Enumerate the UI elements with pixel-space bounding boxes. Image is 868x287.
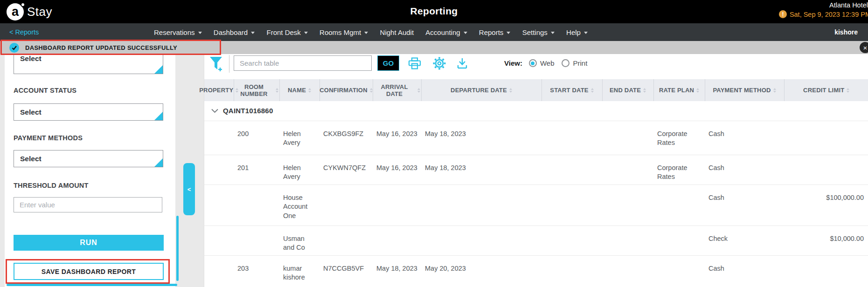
table-row[interactable]: Usman and CoCheck$10,000.00 bbox=[204, 226, 868, 255]
property-info: Atlanta Hotel ! Sat, Sep 9, 2023 12:39 P… bbox=[779, 1, 868, 18]
column-header-departure-date[interactable]: DEPARTURE DATE bbox=[421, 79, 542, 101]
cell-arrival-date bbox=[373, 184, 421, 226]
nav-item-dashboard[interactable]: Dashboard bbox=[214, 28, 255, 36]
nav-item-settings[interactable]: Settings bbox=[522, 28, 555, 36]
breadcrumb-back-reports[interactable]: < Reports bbox=[9, 23, 39, 41]
sidebar-horizontal-scrollbar[interactable] bbox=[7, 284, 177, 286]
cell-property bbox=[204, 184, 234, 226]
sidebar-collapse-tab[interactable]: < bbox=[183, 163, 195, 215]
view-label: View: bbox=[504, 59, 522, 67]
sort-arrows-icon bbox=[308, 88, 311, 93]
column-header-name[interactable]: NAME bbox=[279, 79, 319, 101]
cell-room-number bbox=[234, 184, 279, 226]
cell-end-date bbox=[602, 155, 653, 184]
sidebar-vertical-scrollbar[interactable] bbox=[176, 216, 179, 281]
column-header-label: RATE PLAN bbox=[659, 87, 694, 94]
cell-room-number: 201 bbox=[234, 155, 279, 184]
gear-icon[interactable] bbox=[433, 57, 446, 71]
select-corner-icon bbox=[154, 65, 163, 74]
threshold-amount-input[interactable] bbox=[14, 197, 162, 212]
sort-arrows-icon bbox=[417, 88, 420, 93]
cell-confirmation: CKXBGS9FZ bbox=[319, 121, 373, 155]
page-title: Reporting bbox=[0, 6, 868, 17]
report-content: GO bbox=[204, 54, 868, 287]
nav-item-label: Help bbox=[566, 28, 581, 36]
save-dashboard-report-button[interactable]: SAVE DASHBOARD REPORT bbox=[14, 263, 164, 280]
cell-credit-limit bbox=[784, 155, 868, 184]
column-header-room-number[interactable]: ROOM NUMBER bbox=[234, 79, 279, 101]
sort-arrows-icon bbox=[276, 88, 278, 93]
cell-property bbox=[204, 226, 234, 255]
column-header-label: NAME bbox=[288, 87, 306, 94]
table-row[interactable]: House Account OneCash$100,000.00 bbox=[204, 184, 868, 226]
close-icon[interactable]: × bbox=[860, 42, 868, 53]
column-header-rate-plan[interactable]: RATE PLAN bbox=[653, 79, 705, 101]
nav-item-reports[interactable]: Reports bbox=[479, 28, 511, 36]
cell-end-date bbox=[602, 184, 653, 226]
nav-item-rooms-mgmt[interactable]: Rooms Mgmt bbox=[319, 28, 368, 36]
account-status-label: ACCOUNT STATUS bbox=[14, 87, 76, 94]
cell-rate-plan bbox=[653, 226, 705, 255]
cell-departure-date bbox=[421, 226, 542, 255]
nav-item-label: Rooms Mgmt bbox=[319, 28, 361, 36]
table-row[interactable]: 201Helen AveryCYKWN7QFZMay 16, 2023May 1… bbox=[204, 155, 868, 184]
cell-payment-method: Cash bbox=[705, 121, 784, 155]
chevron-down-icon bbox=[551, 32, 555, 34]
cell-end-date bbox=[602, 121, 653, 155]
search-input[interactable] bbox=[234, 55, 372, 71]
banner-message: DASHBOARD REPORT UPDATED SUCCESSFULLY bbox=[25, 44, 177, 51]
view-options: WebPrint bbox=[529, 59, 587, 67]
cell-departure-date bbox=[421, 184, 542, 226]
clipped-select[interactable]: Select bbox=[14, 54, 163, 74]
column-header-end-date[interactable]: END DATE bbox=[602, 79, 653, 101]
nav-item-reservations[interactable]: Reservations bbox=[154, 28, 202, 36]
cell-departure-date: May 18, 2023 bbox=[421, 121, 542, 155]
radio-icon bbox=[562, 59, 569, 67]
column-header-property[interactable]: PROPERTY bbox=[204, 79, 234, 101]
view-switcher: View: WebPrint bbox=[504, 59, 587, 67]
nav-item-night-audit[interactable]: Night Audit bbox=[380, 28, 414, 36]
cell-confirmation: CYKWN7QFZ bbox=[319, 155, 373, 184]
column-header-arrival-date[interactable]: ARRIVAL DATE bbox=[373, 79, 421, 101]
view-radio-print[interactable]: Print bbox=[562, 59, 587, 67]
group-row[interactable]: QAINT1016860 bbox=[204, 101, 868, 121]
view-radio-web[interactable]: Web bbox=[529, 59, 555, 67]
chevron-down-icon bbox=[464, 32, 467, 34]
table-row[interactable]: 203kumar kishoreN7CCGB5VFMay 18, 2023May… bbox=[204, 255, 868, 287]
user-menu[interactable]: kishore bbox=[834, 23, 858, 41]
cell-payment-method: Check bbox=[705, 226, 784, 255]
chevron-down-icon bbox=[584, 32, 588, 34]
sort-arrows-icon bbox=[773, 88, 776, 93]
run-button[interactable]: RUN bbox=[14, 235, 164, 251]
group-chevron-icon[interactable] bbox=[211, 107, 218, 116]
column-header-confirmation[interactable]: CONFIRMATION bbox=[319, 79, 373, 101]
go-button[interactable]: GO bbox=[377, 55, 399, 71]
cell-name: House Account One bbox=[279, 184, 319, 226]
cell-property bbox=[204, 255, 234, 287]
top-bar: a Stay Reporting Atlanta Hotel ! Sat, Se… bbox=[0, 0, 868, 23]
cell-rate-plan: Corporate Rates bbox=[653, 121, 705, 155]
nav-item-label: Accounting bbox=[425, 28, 460, 36]
group-label: QAINT1016860 bbox=[223, 107, 273, 115]
filter-funnel-icon[interactable] bbox=[209, 56, 224, 75]
column-header-credit-limit[interactable]: CREDIT LIMIT bbox=[784, 79, 868, 101]
nav-item-front-desk[interactable]: Front Desk bbox=[266, 28, 307, 36]
account-status-select[interactable]: Select bbox=[14, 103, 163, 121]
column-header-start-date[interactable]: START DATE bbox=[542, 79, 602, 101]
table-row[interactable]: 200Helen AveryCKXBGS9FZMay 16, 2023May 1… bbox=[204, 121, 868, 155]
cell-confirmation bbox=[319, 184, 373, 226]
chevron-down-icon bbox=[507, 32, 510, 34]
cell-departure-date: May 18, 2023 bbox=[421, 155, 542, 184]
nav-item-accounting[interactable]: Accounting bbox=[425, 28, 467, 36]
sort-arrows-icon bbox=[591, 88, 594, 93]
report-table: PROPERTYROOM NUMBERNAMECONFIRMATIONARRIV… bbox=[204, 79, 868, 287]
radio-label: Web bbox=[540, 59, 555, 67]
chevron-down-icon bbox=[364, 32, 368, 34]
print-icon[interactable] bbox=[408, 57, 421, 71]
nav-item-help[interactable]: Help bbox=[566, 28, 588, 36]
payment-methods-select[interactable]: Select bbox=[14, 150, 163, 167]
column-header-payment-method[interactable]: PAYMENT METHOD bbox=[705, 79, 784, 101]
nav-item-label: Reports bbox=[479, 28, 504, 36]
success-banner: DASHBOARD REPORT UPDATED SUCCESSFULLY × bbox=[0, 41, 868, 54]
download-icon[interactable] bbox=[456, 57, 468, 71]
